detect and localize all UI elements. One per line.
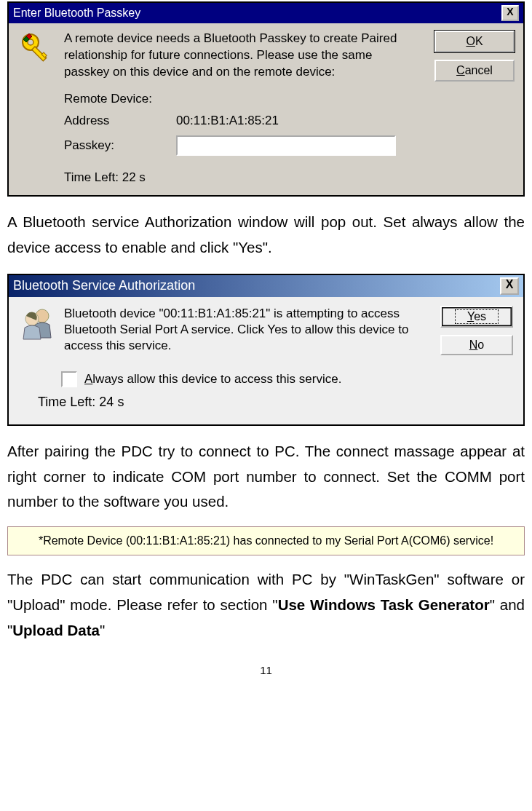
remote-device-label: Remote Device:	[64, 92, 176, 106]
time-left-label: Time Left: 24 s	[38, 395, 513, 410]
always-allow-label: Always allow this device to access this …	[84, 372, 341, 387]
page-number: 11	[6, 664, 526, 676]
dialog-body: A remote device needs a Bluetooth Passke…	[9, 23, 523, 195]
close-icon[interactable]: X	[500, 277, 519, 295]
address-value: 00:11:B1:A1:85:21	[176, 114, 515, 128]
dialog-titlebar: Bluetooth Service Authorization X	[9, 275, 523, 297]
time-left-label: Time Left: 22 s	[64, 170, 146, 185]
dialog-title: Enter Bluetooth Passkey	[13, 7, 140, 20]
paragraph-1: A Bluetooth service Authorization window…	[7, 210, 525, 261]
ok-button[interactable]: OK	[434, 31, 515, 52]
paragraph-2: After pairing the PDC try to connect to …	[7, 439, 525, 515]
close-icon[interactable]: X	[501, 5, 519, 21]
cancel-button[interactable]: Cancel	[434, 60, 515, 82]
dialog-message: A remote device needs a Bluetooth Passke…	[64, 31, 424, 81]
people-icon	[20, 306, 55, 341]
passkey-label: Passkey:	[64, 138, 176, 153]
authorization-dialog: Bluetooth Service Authorization X Blueto…	[7, 274, 525, 426]
connection-toast: *Remote Device (00:11:B1:A1:85:21) has c…	[7, 526, 525, 555]
always-allow-checkbox[interactable]	[61, 371, 77, 387]
paragraph-3: The PDC can start communication with PC …	[7, 567, 525, 644]
passkey-input[interactable]	[176, 135, 396, 156]
dialog-title: Bluetooth Service Authorization	[13, 278, 195, 293]
dialog-body: Bluetooth device "00:11:B1:A1:85:21" is …	[9, 297, 523, 424]
no-button[interactable]: No	[440, 335, 513, 355]
yes-button[interactable]: Yes	[440, 306, 513, 328]
address-label: Address	[64, 114, 176, 128]
key-icon	[19, 31, 54, 66]
passkey-dialog: Enter Bluetooth Passkey X A remote devic…	[7, 1, 525, 197]
dialog-message: Bluetooth device "00:11:B1:A1:85:21" is …	[64, 306, 432, 354]
dialog-titlebar: Enter Bluetooth Passkey X	[9, 3, 523, 23]
